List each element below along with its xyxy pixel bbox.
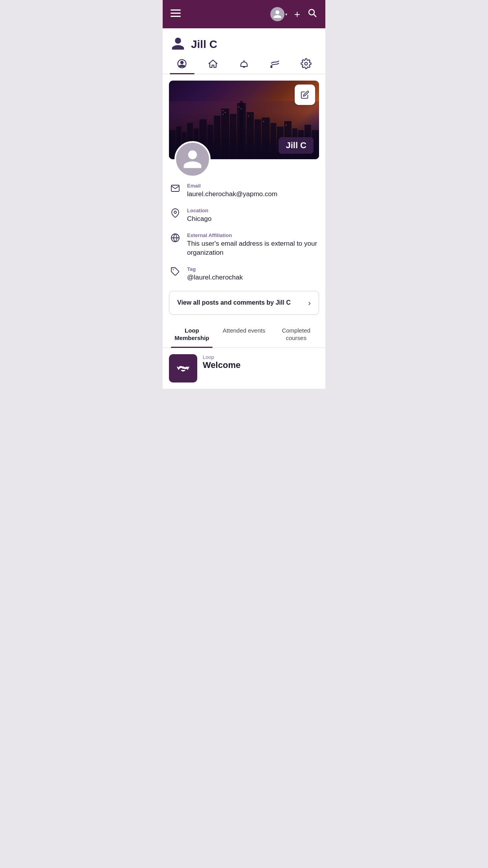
loop-item[interactable]: Loop Welcome (163, 348, 325, 389)
cover-area: Jill C (169, 81, 319, 159)
svg-rect-10 (169, 130, 176, 159)
globe-icon (171, 233, 181, 244)
tab-home[interactable] (198, 58, 229, 74)
svg-rect-21 (240, 101, 243, 159)
tag-label: Tag (187, 266, 317, 272)
affiliation-value: This user's email address is external to… (187, 239, 317, 258)
svg-rect-34 (223, 114, 224, 115)
tab-profile[interactable] (167, 58, 198, 74)
svg-rect-39 (286, 125, 286, 125)
profile-header: Jill C (163, 28, 325, 53)
edit-cover-button[interactable] (295, 85, 315, 105)
svg-rect-22 (246, 112, 253, 159)
tag-info: Tag @laurel.cherochak (171, 266, 317, 282)
chevron-down-icon: ▾ (285, 12, 287, 17)
svg-rect-19 (230, 114, 237, 159)
svg-rect-17 (214, 116, 220, 159)
tab-loop-membership[interactable]: Loop Membership (166, 321, 218, 348)
svg-rect-0 (171, 9, 181, 11)
svg-rect-1 (171, 13, 181, 14)
svg-rect-38 (263, 121, 264, 122)
tag-value: @laurel.cherochak (187, 273, 317, 282)
bottom-tabs: Loop Membership Attended events Complete… (163, 321, 325, 348)
loop-category: Loop (203, 354, 319, 360)
tag-icon (171, 267, 181, 278)
add-button[interactable]: + (294, 8, 300, 20)
email-info: Email laurel.cherochak@yapmo.com (171, 183, 317, 199)
affiliation-info: External Affiliation This user's email a… (171, 232, 317, 258)
svg-rect-23 (255, 120, 261, 159)
tab-settings[interactable] (290, 58, 321, 74)
hamburger-menu-icon[interactable] (171, 9, 181, 19)
svg-point-40 (174, 211, 176, 213)
location-info: Location Chicago (171, 208, 317, 224)
svg-point-3 (309, 9, 314, 15)
svg-point-43 (182, 366, 184, 369)
loop-item-icon (169, 354, 197, 383)
svg-rect-32 (223, 110, 224, 111)
svg-point-7 (305, 63, 307, 65)
email-label: Email (187, 183, 317, 189)
svg-rect-35 (238, 107, 239, 107)
svg-rect-36 (241, 108, 242, 109)
avatar (174, 141, 211, 177)
svg-line-4 (314, 15, 317, 17)
info-section: Email laurel.cherochak@yapmo.com Locatio… (163, 159, 325, 282)
view-posts-label: View all posts and comments by Jill C (177, 299, 291, 306)
profile-header-icon (171, 36, 185, 53)
search-icon[interactable] (307, 8, 317, 20)
location-value: Chicago (187, 214, 317, 224)
view-all-posts-button[interactable]: View all posts and comments by Jill C › (169, 291, 319, 315)
tab-attended-events[interactable]: Attended events (218, 321, 270, 348)
chevron-right-icon: › (308, 298, 311, 307)
location-label: Location (187, 208, 317, 213)
tag-content: Tag @laurel.cherochak (187, 266, 317, 282)
location-icon (171, 208, 181, 219)
svg-rect-33 (225, 112, 226, 113)
tab-notifications[interactable] (229, 58, 260, 74)
loop-item-content: Loop Welcome (203, 354, 319, 370)
tabs-row (163, 53, 325, 74)
profile-name: Jill C (191, 38, 217, 51)
svg-rect-24 (262, 118, 270, 159)
tab-completed-courses[interactable]: Completed courses (270, 321, 322, 348)
affiliation-label: External Affiliation (187, 232, 317, 238)
user-avatar-nav[interactable]: ▾ (270, 7, 287, 21)
svg-rect-18 (221, 108, 229, 159)
email-content: Email laurel.cherochak@yapmo.com (187, 183, 317, 199)
tab-feed[interactable] (259, 58, 290, 74)
svg-rect-37 (248, 116, 249, 116)
loop-name: Welcome (203, 360, 319, 370)
location-content: Location Chicago (187, 208, 317, 224)
svg-rect-25 (270, 123, 276, 159)
svg-point-6 (271, 66, 272, 68)
main-content: Jill C (163, 28, 325, 389)
nav-avatar-icon (270, 7, 284, 21)
name-badge: Jill C (279, 137, 314, 154)
affiliation-content: External Affiliation This user's email a… (187, 232, 317, 258)
email-value: laurel.cherochak@yapmo.com (187, 189, 317, 199)
svg-rect-2 (171, 16, 181, 17)
email-icon (171, 184, 181, 195)
top-navigation: ▾ + (163, 0, 325, 28)
